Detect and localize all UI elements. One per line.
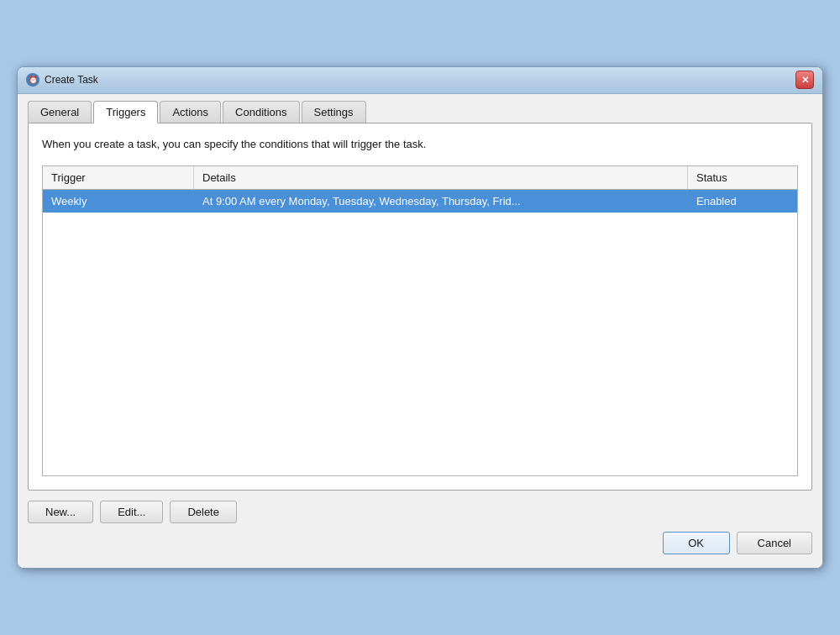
dialog-body: General Triggers Actions Conditions Sett… [18, 94, 822, 568]
table-header: Trigger Details Status [43, 166, 797, 190]
tab-settings[interactable]: Settings [302, 101, 366, 123]
cell-status: Enabled [688, 190, 797, 213]
window-title: Create Task [45, 74, 98, 86]
description-text: When you create a task, you can specify … [42, 137, 798, 152]
column-header-trigger: Trigger [43, 166, 194, 189]
column-header-details: Details [194, 166, 688, 189]
action-buttons-row: New... Edit... Delete [18, 491, 822, 523]
table-row[interactable]: Weekly At 9:00 AM every Monday, Tuesday,… [43, 190, 797, 213]
tab-triggers[interactable]: Triggers [93, 101, 158, 123]
title-bar-left: ⏰ Create Task [26, 73, 98, 87]
tab-general[interactable]: General [28, 101, 92, 123]
cell-trigger: Weekly [43, 190, 194, 213]
close-button[interactable]: ✕ [795, 71, 814, 89]
app-icon: ⏰ [26, 73, 39, 87]
tab-actions[interactable]: Actions [160, 101, 221, 123]
tabs-bar: General Triggers Actions Conditions Sett… [18, 94, 822, 123]
ok-button[interactable]: OK [663, 532, 730, 554]
content-area: When you create a task, you can specify … [28, 123, 812, 491]
new-button[interactable]: New... [28, 501, 93, 523]
footer-row: OK Cancel [18, 523, 822, 558]
dialog-window: ⏰ Create Task ✕ General Triggers Actions… [17, 66, 823, 569]
cancel-button[interactable]: Cancel [737, 532, 812, 554]
title-bar: ⏰ Create Task ✕ [18, 67, 822, 94]
edit-button[interactable]: Edit... [100, 501, 163, 523]
column-header-status: Status [688, 166, 797, 189]
cell-details: At 9:00 AM every Monday, Tuesday, Wednes… [194, 190, 688, 213]
delete-button[interactable]: Delete [170, 501, 237, 523]
triggers-table: Trigger Details Status Weekly At 9:00 AM… [42, 165, 798, 476]
tab-conditions[interactable]: Conditions [223, 101, 299, 123]
table-body: Weekly At 9:00 AM every Monday, Tuesday,… [43, 190, 797, 475]
